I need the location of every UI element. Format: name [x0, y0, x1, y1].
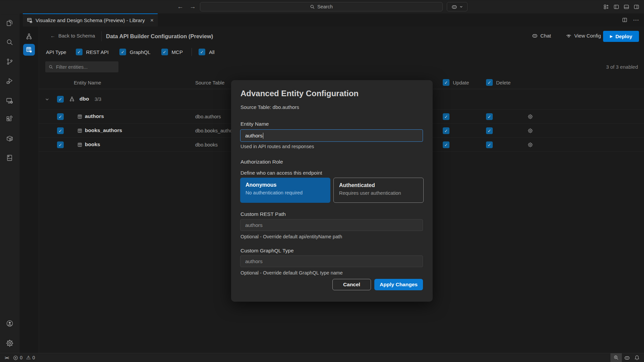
back-label: Back to Schema — [58, 33, 95, 39]
remote-indicator-icon[interactable]: >< — [5, 355, 8, 360]
chevron-down-icon[interactable] — [45, 97, 50, 102]
copilot-status-icon[interactable] — [622, 353, 632, 362]
dialog-subtitle: Source Table: dbo.authors — [240, 104, 299, 110]
update-checkbox[interactable]: ✓ — [443, 113, 449, 120]
designer-toolbar — [19, 26, 39, 353]
delete-all-checkbox[interactable]: ✓ — [486, 79, 493, 86]
group-count: 3/3 — [95, 97, 101, 102]
tab-close-icon[interactable]: × — [150, 17, 154, 23]
chat-label: Chat — [540, 33, 551, 39]
check-icon: ✓ — [444, 114, 448, 119]
containers-icon[interactable] — [6, 135, 14, 143]
cancel-button[interactable]: Cancel — [332, 279, 371, 290]
mcp-checkbox[interactable]: ✓ — [161, 49, 168, 55]
source-control-icon[interactable] — [6, 58, 14, 66]
nav-back-icon[interactable]: ← — [177, 3, 183, 10]
customize-layout-icon[interactable] — [603, 4, 609, 10]
anonymous-option[interactable]: Anonymous No authentication required — [240, 178, 330, 203]
rest-api-checkbox[interactable]: ✓ — [76, 49, 83, 55]
authenticated-option[interactable]: Authenticated Requires user authenticati… — [333, 178, 424, 203]
view-config-button[interactable]: View Config — [566, 33, 601, 39]
custom-rest-path-input[interactable]: authors — [240, 219, 423, 231]
schema-designer-icon — [27, 17, 33, 23]
notifications-bell-icon[interactable] — [632, 353, 642, 362]
back-to-schema-link[interactable]: ← Back to Schema — [50, 33, 95, 39]
toggle-primary-sidebar-icon[interactable] — [613, 4, 619, 10]
tab-bar: Visualize and Design Schema (Preview) - … — [19, 13, 644, 26]
account-icon[interactable] — [6, 319, 14, 327]
delete-checkbox[interactable]: ✓ — [486, 141, 493, 148]
remote-explorer-icon[interactable] — [6, 97, 14, 105]
zoom-in-icon[interactable] — [610, 353, 622, 362]
check-icon: ✓ — [59, 142, 62, 147]
problems-indicator[interactable]: 0 ⚠ 0 — [13, 355, 35, 361]
toggle-panel-icon[interactable] — [624, 4, 629, 10]
run-debug-icon[interactable] — [6, 77, 14, 85]
filter-entities-input[interactable]: Filter entities... — [45, 61, 118, 72]
group-name: dbo — [79, 96, 89, 102]
delete-checkbox[interactable]: ✓ — [486, 113, 493, 120]
apply-changes-button[interactable]: Apply Changes — [374, 279, 423, 290]
search-sidebar-icon[interactable] — [6, 38, 14, 46]
all-checkbox[interactable]: ✓ — [199, 49, 205, 55]
api-type-label: API Type — [46, 49, 66, 55]
custom-rest-path-label: Custom REST Path — [240, 211, 286, 217]
authenticated-desc: Requires user authentication — [339, 190, 418, 196]
update-all-checkbox[interactable]: ✓ — [443, 79, 449, 86]
tab-visualize-design-schema[interactable]: Visualize and Design Schema (Preview) - … — [23, 13, 158, 26]
col-source-table: Source Table — [195, 80, 224, 85]
check-icon: ✓ — [77, 50, 81, 55]
check-icon: ✓ — [488, 142, 491, 147]
check-icon: ✓ — [59, 114, 62, 119]
entity-settings-gear-icon[interactable] — [527, 142, 533, 148]
row-checkbox[interactable]: ✓ — [57, 113, 64, 120]
split-editor-icon[interactable] — [622, 17, 628, 23]
filter-rest-api[interactable]: ✓ REST API — [76, 49, 109, 55]
custom-graphql-type-help: Optional - Override default GraphQL type… — [240, 270, 343, 276]
vscode-window: ← → Search Visualize and Design Schema (… — [0, 0, 644, 362]
schema-view-icon[interactable] — [25, 33, 33, 40]
check-icon: ✓ — [444, 142, 448, 147]
error-icon — [13, 355, 18, 360]
schema-icon — [69, 96, 75, 102]
extensions-icon[interactable] — [6, 115, 14, 123]
entity-name-help: Used in API routes and responses — [240, 144, 314, 149]
entity-name-value: authors — [245, 133, 263, 139]
filter-all[interactable]: ✓ All — [199, 49, 215, 55]
deploy-label: Deploy — [615, 34, 632, 39]
custom-graphql-type-input[interactable]: authors — [240, 255, 423, 267]
text-caret — [263, 133, 264, 139]
source-table: dbo.books_authors — [195, 128, 236, 133]
filter-placeholder: Filter entities... — [56, 64, 88, 70]
settings-gear-icon[interactable] — [6, 339, 14, 347]
graphql-checkbox[interactable]: ✓ — [119, 49, 126, 55]
filter-graphql[interactable]: ✓ GraphQL — [119, 49, 151, 55]
api-builder-view-icon[interactable] — [23, 44, 35, 56]
entity-name-input[interactable]: authors — [240, 129, 423, 142]
deploy-button[interactable]: ▶ Deploy — [603, 31, 639, 42]
col-entity-name: Entity Name — [74, 80, 101, 85]
entity-settings-gear-icon[interactable] — [527, 114, 533, 120]
search-icon — [49, 65, 53, 69]
row-checkbox[interactable]: ✓ — [57, 127, 64, 134]
filter-mcp[interactable]: ✓ MCP — [161, 49, 183, 55]
search-placeholder: Search — [317, 4, 333, 9]
row-checkbox[interactable]: ✓ — [57, 141, 64, 148]
toggle-secondary-sidebar-icon[interactable] — [634, 4, 639, 10]
tab-label: Visualize and Design Schema (Preview) - … — [36, 17, 145, 23]
update-checkbox[interactable]: ✓ — [443, 141, 449, 148]
editor-actions: ⋯ — [622, 13, 639, 26]
update-checkbox[interactable]: ✓ — [443, 127, 449, 134]
command-center-search[interactable]: Search — [200, 2, 443, 11]
more-actions-icon[interactable]: ⋯ — [633, 16, 639, 24]
explorer-icon[interactable] — [6, 19, 14, 27]
chat-button[interactable]: Chat — [532, 33, 551, 39]
entity-settings-gear-icon[interactable] — [527, 128, 533, 134]
group-checkbox[interactable]: ✓ — [57, 96, 64, 103]
warning-icon: ⚠ — [26, 355, 31, 361]
copilot-menu-button[interactable] — [447, 2, 468, 11]
database-projects-icon[interactable] — [6, 154, 14, 162]
authorization-role-help: Define who can access this endpoint — [240, 170, 322, 176]
nav-forward-icon[interactable]: → — [190, 3, 196, 10]
delete-checkbox[interactable]: ✓ — [486, 127, 493, 134]
